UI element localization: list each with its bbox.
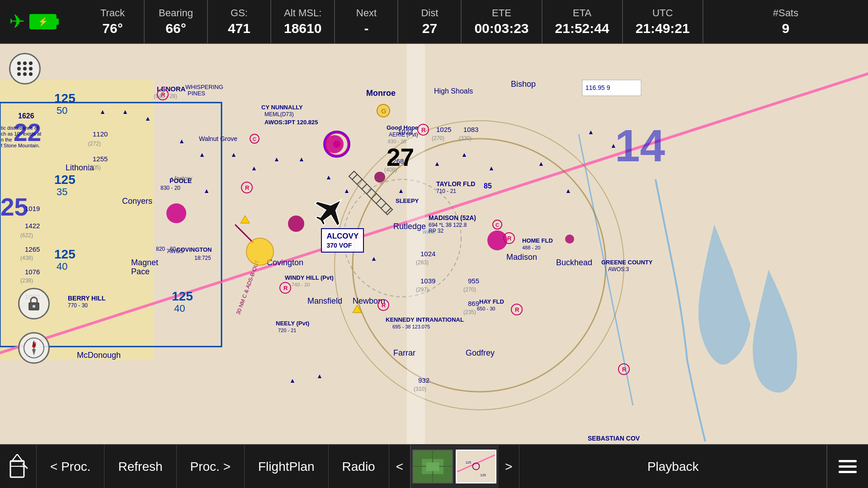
svg-text:R: R xyxy=(421,127,426,133)
route-icon-button[interactable] xyxy=(0,445,37,488)
map-prev-button[interactable]: < xyxy=(389,445,410,488)
svg-text:35: 35 xyxy=(57,186,67,197)
aeronautical-chart: Monroe High Shoals Bishop Lithonia Conye… xyxy=(0,44,868,444)
thumb-chart-icon: 125 125 xyxy=(457,450,495,483)
gs-display: GS: 471 xyxy=(208,0,271,43)
arrow-right-icon: > xyxy=(505,460,512,474)
alcovy-freq: 370 VOF xyxy=(326,242,359,249)
chart-svg: Monroe High Shoals Bishop Lithonia Conye… xyxy=(0,44,868,444)
svg-text:HOME FLD: HOME FLD xyxy=(522,237,553,244)
svg-text:G: G xyxy=(381,107,387,115)
map-thumb-2[interactable]: 125 125 xyxy=(456,450,496,483)
menu-button[interactable] xyxy=(9,53,41,84)
refresh-button[interactable]: Refresh xyxy=(104,445,176,488)
svg-point-7 xyxy=(374,172,385,183)
svg-text:(622): (622) xyxy=(20,232,33,239)
svg-text:SEBASTIAN COV: SEBASTIAN COV xyxy=(588,435,640,442)
hamburger-line-3 xyxy=(839,471,857,473)
map-next-button[interactable]: > xyxy=(498,445,519,488)
svg-rect-190 xyxy=(10,461,24,477)
flightplan-label: FlightPlan xyxy=(258,460,315,474)
svg-text:tic disturbance of: tic disturbance of xyxy=(1,125,39,131)
playback-button[interactable]: Playback xyxy=(519,445,827,488)
svg-text:▲: ▲ xyxy=(289,377,296,384)
hamburger-menu-button[interactable] xyxy=(827,445,868,488)
sats-label: #Sats xyxy=(773,7,798,19)
svg-text:85: 85 xyxy=(484,182,492,190)
svg-text:AWOS:3PT 120.825: AWOS:3PT 120.825 xyxy=(264,119,318,126)
svg-text:Good Hope: Good Hope xyxy=(387,124,418,131)
map-thumb-1[interactable] xyxy=(412,450,453,483)
svg-text:27: 27 xyxy=(387,143,414,171)
proc-prev-label: < Proc. xyxy=(50,460,90,474)
svg-point-185 xyxy=(33,305,35,308)
svg-text:▲: ▲ xyxy=(179,137,185,145)
status-icons: ✈ ⚡ xyxy=(0,10,81,33)
svg-text:1422: 1422 xyxy=(25,222,40,230)
svg-text:820 - 60: 820 - 60 xyxy=(156,246,176,252)
svg-text:1076: 1076 xyxy=(25,268,40,276)
proc-prev-button[interactable]: < Proc. xyxy=(37,445,104,488)
svg-text:WINDY HILL (Pvt): WINDY HILL (Pvt) xyxy=(285,274,334,281)
svg-text:Rutledge: Rutledge xyxy=(393,222,426,231)
compass-button[interactable]: N xyxy=(18,332,50,364)
svg-text:869: 869 xyxy=(468,300,479,307)
svg-text:ch as 10° exists at: ch as 10° exists at xyxy=(1,131,41,136)
dist-display: Dist 27 xyxy=(398,0,462,43)
svg-text:C: C xyxy=(495,222,499,228)
battery-icon: ⚡ xyxy=(29,14,57,29)
svg-text:SLEEPY: SLEEPY xyxy=(396,197,419,204)
svg-text:▲: ▲ xyxy=(461,151,467,158)
svg-text:N: N xyxy=(33,341,36,347)
alt-msl-value: 18610 xyxy=(284,21,321,36)
svg-text:1083: 1083 xyxy=(463,126,478,133)
svg-text:(270): (270) xyxy=(432,135,444,141)
svg-text:KENNEDY INTRANATIONAL: KENNEDY INTRANATIONAL xyxy=(386,316,464,323)
svg-text:125: 125 xyxy=(480,473,486,477)
compass-icon: N xyxy=(23,337,45,359)
aircraft-position-icon xyxy=(310,191,350,233)
svg-text:740 - 20: 740 - 20 xyxy=(292,282,310,287)
utc-label: UTC xyxy=(652,7,673,19)
svg-text:PINES: PINES xyxy=(188,90,205,97)
eta-display: ETA 21:52:44 xyxy=(542,0,623,43)
lock-button[interactable] xyxy=(18,288,50,319)
svg-point-181 xyxy=(246,238,274,265)
svg-text:1120: 1120 xyxy=(93,130,108,138)
svg-text:McDonough: McDonough xyxy=(77,351,121,360)
svg-text:488 - 20: 488 - 20 xyxy=(522,245,540,250)
svg-text:1025: 1025 xyxy=(436,126,451,133)
svg-point-5 xyxy=(288,216,304,232)
svg-text:25: 25 xyxy=(0,193,28,221)
svg-text:R: R xyxy=(245,184,250,191)
flightplan-button[interactable]: FlightPlan xyxy=(245,445,329,488)
svg-text:830 - 20: 830 - 20 xyxy=(160,185,180,191)
svg-text:n the: n the xyxy=(1,137,12,142)
proc-next-button[interactable]: Proc. > xyxy=(177,445,245,488)
svg-text:(330): (330) xyxy=(459,135,472,141)
svg-point-9 xyxy=(565,235,574,244)
svg-text:18:725: 18:725 xyxy=(194,255,211,261)
track-label: Track xyxy=(100,7,125,19)
svg-text:Bishop: Bishop xyxy=(511,80,536,89)
svg-text:710 - 21: 710 - 21 xyxy=(436,188,456,194)
svg-text:125: 125 xyxy=(54,91,75,105)
svg-text:GREENE COUNTY: GREENE COUNTY xyxy=(601,259,653,266)
svg-text:125: 125 xyxy=(54,247,75,261)
waypoint-icon xyxy=(9,454,29,479)
proc-next-label: Proc. > xyxy=(190,460,231,474)
map-area[interactable]: Monroe High Shoals Bishop Lithonia Conye… xyxy=(0,44,868,444)
svg-text:40: 40 xyxy=(174,303,185,314)
svg-text:Conyers: Conyers xyxy=(122,197,152,206)
svg-text:830 - 20: 830 - 20 xyxy=(388,139,406,144)
playback-label: Playback xyxy=(647,460,699,474)
svg-text:BERRY HILL: BERRY HILL xyxy=(68,295,106,302)
next-display: Next - xyxy=(335,0,398,43)
svg-rect-200 xyxy=(457,451,495,483)
svg-text:▲: ▲ xyxy=(199,151,205,158)
svg-text:(305): (305) xyxy=(88,164,101,171)
radio-button[interactable]: Radio xyxy=(329,445,389,488)
svg-text:40: 40 xyxy=(57,261,67,272)
gs-value: 471 xyxy=(228,21,250,36)
track-value: 76° xyxy=(102,21,123,36)
